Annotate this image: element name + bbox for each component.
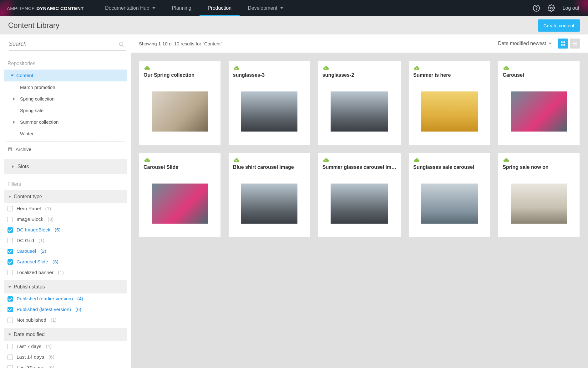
filter-option-label: Not published [17, 317, 46, 323]
tree-root-label: Content [16, 73, 33, 78]
slots-label: Slots [18, 163, 29, 169]
subheader: Content Library Create content [0, 16, 588, 34]
filter-option-label: Last 30 days [17, 365, 44, 368]
checkbox-icon [8, 259, 13, 265]
card-thumbnail [503, 84, 575, 139]
checkbox-icon [8, 365, 13, 368]
filter-option-label: Last 14 days [17, 354, 44, 360]
nav-right: Log out [533, 4, 588, 12]
content-card[interactable]: Blue shirt carousel image [228, 153, 310, 237]
svg-point-1 [536, 9, 537, 10]
chevron-down-icon [152, 7, 155, 9]
filter-option[interactable]: Carousel Slide (3) [0, 257, 131, 267]
card-title: Blue shirt carousel image [233, 164, 306, 170]
filter-publish-status-header[interactable]: Publish status [4, 280, 127, 293]
card-title: Sunglasses sale carousel [413, 164, 486, 170]
results-count-text: Showing 1-10 of 10 results for "Content" [139, 41, 222, 46]
slots-row[interactable]: Slots [4, 159, 127, 174]
filter-option[interactable]: Localized banner (1) [0, 267, 131, 278]
sort-selector[interactable]: Date modified newest [498, 41, 554, 46]
filter-option[interactable]: DC ImageBlock (5) [0, 225, 131, 235]
card-thumbnail [144, 176, 216, 231]
tree-item-label: Spring collection [20, 96, 54, 101]
tree-item-spring-sale[interactable]: Spring sale [4, 105, 127, 116]
tree-item-label: March promotion [20, 85, 55, 90]
search-input[interactable] [9, 41, 118, 47]
card-title: Carousel Slide [144, 164, 216, 170]
search-icon[interactable] [118, 41, 124, 47]
filter-option[interactable]: Carousel (2) [0, 246, 131, 257]
content-card[interactable]: Spring sale now on [498, 153, 580, 237]
filter-option-label: Image Block [17, 216, 43, 222]
checkbox-icon [8, 206, 13, 211]
results-toolbar: Showing 1-10 of 10 results for "Content"… [131, 34, 588, 53]
filter-option[interactable]: Last 14 days (6) [0, 352, 131, 362]
archive-icon [8, 147, 13, 152]
filter-content-type-title: Content type [14, 194, 42, 200]
nav-item-development[interactable]: Development [240, 0, 291, 16]
filter-date-modified-header[interactable]: Date modified [4, 328, 127, 341]
content-card[interactable]: sunglasses-3 [228, 61, 310, 145]
gear-icon[interactable] [548, 4, 555, 12]
archive-row[interactable]: Archive [0, 143, 131, 155]
cloud-check-icon [322, 65, 329, 70]
main: Showing 1-10 of 10 results for "Content"… [131, 34, 588, 368]
checkbox-icon [8, 249, 13, 254]
filter-option[interactable]: Last 30 days (6) [0, 362, 131, 368]
filter-option-label: Last 7 days [17, 344, 41, 349]
nav-item-documentation-hub[interactable]: Documentation Hub [97, 0, 164, 16]
nav-items: Documentation HubPlanningProductionDevel… [97, 0, 291, 16]
nav-item-production[interactable]: Production [200, 0, 240, 16]
section-filters-label: Filters [0, 174, 131, 190]
cloud-check-icon [233, 158, 239, 162]
svg-line-4 [123, 45, 124, 46]
filter-option[interactable]: Not published (1) [0, 315, 131, 325]
checkbox-icon [8, 270, 13, 275]
filter-content-type-header[interactable]: Content type [4, 190, 127, 203]
filter-option[interactable]: Image Block (3) [0, 214, 131, 225]
nav-item-planning[interactable]: Planning [164, 0, 199, 16]
filter-option[interactable]: Last 7 days (4) [0, 341, 131, 352]
filter-option[interactable]: Published (latest version) (6) [0, 304, 131, 315]
card-thumbnail [503, 176, 575, 231]
svg-point-3 [119, 42, 123, 46]
tree-root-content[interactable]: Content [4, 70, 127, 81]
tree-item-summer-collection[interactable]: Summer collection [4, 116, 127, 128]
list-view-button[interactable] [570, 39, 580, 49]
tree-item-winter[interactable]: Winter [4, 128, 127, 139]
filter-option-label: Localized banner [17, 270, 53, 275]
create-content-button[interactable]: Create content [538, 19, 580, 32]
filter-option[interactable]: Published (earlier version) (4) [0, 293, 131, 304]
filter-option-label: Carousel Slide [17, 259, 48, 265]
checkbox-icon [8, 318, 13, 323]
filter-option-count: (6) [48, 354, 54, 360]
nav-item-label: Development [248, 5, 277, 11]
filter-publish-status-title: Publish status [14, 284, 45, 290]
content-card[interactable]: Our Spring collection [139, 61, 221, 145]
filter-option-label: DC Grid [17, 238, 34, 243]
checkbox-icon [8, 238, 13, 243]
logout-link[interactable]: Log out [563, 5, 579, 11]
chevron-down-icon [11, 75, 14, 76]
svg-rect-9 [564, 41, 565, 43]
content-card[interactable]: Carousel Slide [139, 153, 221, 237]
tree-item-spring-collection[interactable]: Spring collection [4, 93, 127, 105]
grid-view-button[interactable] [558, 39, 568, 49]
content-card[interactable]: sunglasses-2 [318, 61, 401, 145]
content-card[interactable]: Summer is here [408, 61, 490, 145]
brand-light: AMPLIENCE [7, 6, 35, 11]
help-icon[interactable] [533, 4, 540, 12]
filter-option-label: Carousel [17, 248, 36, 254]
content-card[interactable]: Sunglasses sale carousel [408, 153, 490, 237]
filter-option-count: (6) [75, 307, 81, 312]
svg-rect-13 [573, 43, 577, 44]
filter-option-count: (5) [55, 227, 61, 233]
filter-option[interactable]: DC Grid (1) [0, 235, 131, 246]
tree-item-march-promotion[interactable]: March promotion [4, 81, 127, 93]
content-card[interactable]: Summer glasses carousel im… [318, 153, 401, 237]
content-card[interactable]: Carousel [498, 61, 580, 145]
filter-option-count: (2) [40, 248, 46, 254]
cloud-check-icon [503, 65, 509, 70]
chevron-down-icon [8, 196, 11, 198]
filter-option[interactable]: Hero Panel (1) [0, 203, 131, 214]
